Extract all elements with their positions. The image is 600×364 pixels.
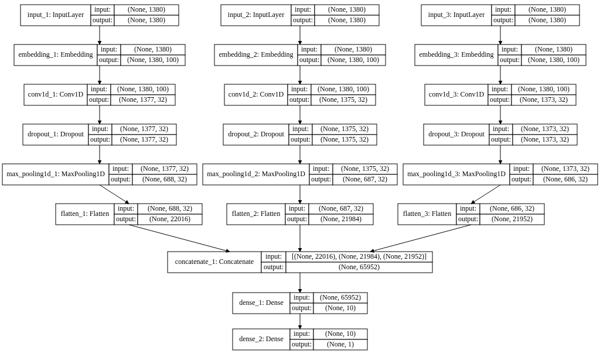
layer-input_2: input_2: InputLayerinput:(None, 1380)out…	[221, 5, 379, 26]
io-label-input: input:	[460, 204, 476, 212]
io-label-output: output:	[458, 215, 478, 223]
layer-conv1d_3: conv1d_3: Conv1Dinput:(None, 1380, 100)o…	[425, 84, 576, 105]
shape-input: (None, 687, 32)	[319, 204, 363, 212]
shape-output: (None, 1375, 32)	[321, 135, 369, 143]
shape-input: (None, 10)	[325, 329, 356, 338]
svg-line-119	[471, 185, 500, 204]
shape-output: (None, 10)	[325, 304, 356, 312]
shape-input: [(None, 22016), (None, 21984), (None, 21…	[292, 252, 427, 260]
io-label-output: output:	[287, 215, 307, 223]
io-label-input: input:	[265, 252, 282, 260]
shape-input: (None, 1380)	[529, 5, 566, 13]
shape-output: (None, 1380)	[328, 16, 366, 24]
layer-name: flatten_1: Flatten	[61, 210, 109, 218]
io-label-output: output:	[89, 95, 109, 104]
io-label-input: input:	[294, 329, 310, 338]
layer-name: input_1: InputLayer	[28, 11, 84, 19]
layer-name: input_2: InputLayer	[228, 11, 284, 19]
shape-output: (None, 65952)	[339, 263, 380, 271]
io-label-input: input:	[493, 125, 509, 133]
io-label-input: input:	[492, 85, 508, 93]
io-label-input: input:	[513, 164, 530, 173]
shape-input: (None, 1377, 32)	[120, 125, 168, 133]
io-label-input: input:	[495, 5, 512, 13]
shape-output: (None, 1380)	[529, 16, 566, 24]
io-label-output: output:	[299, 56, 319, 64]
layer-input_3: input_3: InputLayerinput:(None, 1380)out…	[421, 5, 579, 26]
layer-name: dropout_3: Dropout	[428, 130, 485, 138]
layer-name: dense_2: Dense	[239, 335, 284, 343]
io-label-output: output:	[111, 175, 131, 183]
io-label-output: output:	[293, 16, 313, 24]
layer-name: max_pooling1d_1: MaxPooling1D	[6, 170, 105, 178]
layer-dropout_2: dropout_2: Dropoutinput:(None, 1375, 32)…	[223, 124, 377, 145]
io-label-output: output:	[291, 135, 311, 143]
io-label-output: output:	[292, 340, 312, 348]
layer-conv1d_1: conv1d_1: Conv1Dinput:(None, 1380, 100)o…	[24, 84, 175, 105]
shape-input: (None, 1373, 32)	[541, 164, 589, 173]
shape-output: (None, 1380, 100)	[127, 56, 179, 64]
layer-name: max_pooling1d_2: MaxPooling1D	[207, 170, 305, 178]
shape-input: (None, 1375, 32)	[321, 125, 369, 133]
io-label-input: input:	[292, 125, 309, 133]
layer-dense_2: dense_2: Denseinput:(None, 10)output:(No…	[233, 329, 367, 350]
io-label-output: output:	[99, 56, 119, 64]
layer-embedding_3: embedding_3: Embeddinginput:(None, 1380)…	[415, 44, 586, 66]
shape-input: (None, 1380, 100)	[117, 85, 169, 93]
layer-name: conv1d_3: Conv1D	[429, 90, 485, 98]
shape-input: (None, 1373, 32)	[521, 125, 569, 133]
layer-name: flatten_2: Flatten	[232, 210, 280, 218]
io-label-output: output:	[491, 135, 511, 143]
layer-name: conv1d_2: Conv1D	[229, 90, 284, 98]
io-label-output: output:	[311, 175, 331, 183]
shape-input: (None, 1380)	[328, 5, 366, 13]
io-label-output: output:	[512, 175, 531, 183]
shape-input: (None, 688, 32)	[148, 204, 192, 212]
layer-name: flatten_3: Flatten	[403, 210, 451, 218]
layer-dropout_3: dropout_3: Dropoutinput:(None, 1373, 32)…	[424, 124, 577, 145]
layer-name: embedding_1: Embedding	[19, 50, 93, 59]
svg-line-122	[129, 225, 230, 252]
io-label-input: input:	[118, 204, 134, 212]
svg-line-109	[100, 185, 129, 204]
shape-output: (None, 21952)	[492, 215, 533, 223]
io-label-input: input:	[94, 5, 111, 13]
io-label-input: input:	[112, 164, 129, 173]
shape-output: (None, 1377, 32)	[120, 135, 168, 143]
io-label-input: input:	[301, 45, 318, 53]
layer-flatten_3: flatten_3: Flatteninput:(None, 686, 32)o…	[398, 204, 544, 225]
layer-name: embedding_2: Embedding	[219, 50, 294, 59]
io-label-output: output:	[493, 16, 513, 24]
io-label-output: output:	[500, 56, 520, 64]
shape-output: (None, 1375, 32)	[319, 95, 367, 104]
layer-embedding_2: embedding_2: Embeddinginput:(None, 1380)…	[214, 44, 386, 66]
shape-input: (None, 1380)	[335, 45, 372, 53]
io-label-input: input:	[101, 45, 117, 53]
layer-max_pooling1d_1: max_pooling1d_1: MaxPooling1Dinput:(None…	[2, 164, 197, 185]
layer-flatten_1: flatten_1: Flatteninput:(None, 688, 32)o…	[56, 204, 202, 225]
io-label-input: input:	[92, 125, 108, 133]
layer-name: dropout_1: Dropout	[28, 130, 84, 138]
svg-line-124	[370, 225, 471, 252]
layer-embedding_1: embedding_1: Embeddinginput:(None, 1380)…	[14, 44, 185, 66]
io-label-output: output:	[289, 95, 309, 104]
layer-name: max_pooling1d_3: MaxPooling1D	[407, 170, 506, 178]
shape-output: (None, 1377, 32)	[119, 95, 167, 104]
io-label-output: output:	[116, 215, 136, 223]
layer-concatenate_1: concatenate_1: Concatenateinput:[(None, …	[168, 252, 432, 273]
layer-name: concatenate_1: Concatenate	[175, 257, 254, 266]
shape-input: (None, 686, 32)	[490, 204, 534, 212]
shape-input: (None, 1380, 100)	[518, 85, 570, 93]
io-label-input: input:	[502, 45, 518, 53]
shape-input: (None, 1375, 32)	[341, 164, 389, 173]
layer-name: input_3: InputLayer	[428, 11, 485, 19]
layer-name: conv1d_1: Conv1D	[28, 90, 84, 98]
layer-dense_1: dense_1: Denseinput:(None, 65952)output:…	[233, 293, 367, 314]
io-label-input: input:	[291, 85, 308, 93]
shape-output: (None, 21984)	[321, 215, 362, 223]
io-label-input: input:	[289, 204, 305, 212]
layer-flatten_2: flatten_2: Flatteninput:(None, 687, 32)o…	[227, 204, 373, 225]
shape-output: (None, 687, 32)	[343, 175, 387, 183]
shape-output: (None, 1)	[327, 340, 354, 348]
shape-input: (None, 65952)	[320, 293, 361, 301]
